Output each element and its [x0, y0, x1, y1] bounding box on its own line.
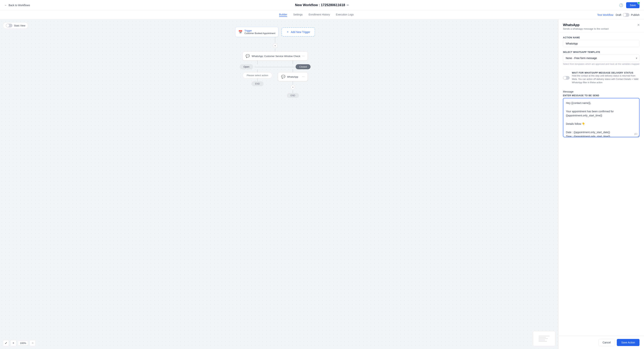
- stats-label: Stats View: [14, 24, 25, 27]
- minimap: [533, 331, 555, 346]
- connector-2: [275, 49, 276, 51]
- message-label: Message: [563, 90, 640, 93]
- message-sublabel: ENTER MESSAGE TO BE SEND: [563, 94, 640, 97]
- branch-row: Open Closed: [240, 64, 311, 69]
- connector-1: [275, 37, 276, 43]
- closed-branch-content: 💬 WhatsApp ··· + END: [275, 69, 311, 98]
- publish-toggle[interactable]: [623, 13, 630, 17]
- template-select[interactable]: None - Free form message: [563, 54, 640, 62]
- template-label: SELECT WHATSAPP TEMPLATE: [563, 51, 640, 53]
- panel-title: WhatsApp: [563, 23, 640, 27]
- header-right: 🕐 Save: [619, 2, 640, 8]
- save-action-button[interactable]: Save Action: [617, 339, 640, 346]
- add-step-1[interactable]: +: [273, 43, 278, 48]
- action-name-input[interactable]: [563, 40, 640, 47]
- zoom-level: 100%: [18, 341, 28, 346]
- action-name-label: ACTION NAME: [563, 36, 640, 39]
- back-label: Back to Workflows: [8, 4, 30, 7]
- workflow-canvas[interactable]: Stats View 📅 Trigger Customer Booked App…: [0, 19, 558, 349]
- node-menu-dots[interactable]: ···: [302, 54, 304, 58]
- tab-enrollment-history[interactable]: Enrollment History: [308, 13, 330, 17]
- zoom-out-button[interactable]: −: [30, 340, 36, 346]
- history-icon[interactable]: 🕐: [619, 3, 623, 7]
- zoom-in-button[interactable]: +: [10, 340, 16, 346]
- draft-label: Draft: [616, 13, 621, 16]
- workflow-title: New Workflow : 1725280611618: [295, 3, 345, 7]
- header-center: New Workflow : 1725280611618 ✏: [295, 3, 349, 7]
- closed-branch[interactable]: Closed: [296, 64, 310, 69]
- test-workflow-button[interactable]: Test Workflow: [597, 13, 614, 16]
- expand-button[interactable]: ⤢: [3, 340, 9, 346]
- end-node-closed: END: [287, 93, 299, 98]
- cancel-button[interactable]: Cancel: [598, 339, 614, 346]
- add-trigger-button[interactable]: ＋ Add New Trigger: [282, 27, 315, 36]
- wait-toggle-content: WAIT FOR WHATSAPP MESSAGE DELIVERY STATU…: [572, 71, 640, 84]
- open-branch[interactable]: Open: [240, 64, 253, 69]
- template-hint: Select from templates which are approved…: [563, 63, 640, 65]
- header: ← Back to Workflows New Workflow : 17252…: [0, 0, 644, 10]
- whatsapp-action-icon: 💬: [281, 75, 285, 79]
- template-select-wrapper: None - Free form message ▾: [563, 54, 640, 62]
- trigger-icon: 📅: [238, 30, 242, 34]
- branch-split: [240, 60, 311, 64]
- tab-builder[interactable]: Builder: [279, 13, 287, 17]
- back-button[interactable]: ← Back to Workflows: [4, 4, 30, 7]
- whatsapp-action-menu[interactable]: ···: [302, 75, 304, 78]
- open-branch-content: Please select action END: [240, 69, 275, 86]
- end-node-open: END: [252, 81, 264, 86]
- whatsapp-check-node[interactable]: 💬 WhatsApp: Customer Service Window Chec…: [242, 51, 308, 60]
- template-field: SELECT WHATSAPP TEMPLATE None - Free for…: [563, 51, 640, 65]
- panel-body: ACTION NAME SELECT WHATSAPP TEMPLATE Non…: [558, 32, 644, 336]
- action-name-field: ACTION NAME: [563, 36, 640, 47]
- message-textarea-wrapper: Hey {{contact.name}}, Your appointment h…: [563, 98, 640, 138]
- whatsapp-check-content: WhatsApp: Customer Service Window Check: [252, 55, 300, 57]
- main-area: Stats View 📅 Trigger Customer Booked App…: [0, 19, 644, 349]
- stats-toggle-switch[interactable]: [6, 24, 12, 27]
- tab-settings[interactable]: Settings: [293, 13, 302, 17]
- back-arrow-icon: ←: [4, 4, 7, 7]
- tab-bar: Builder Settings Enrollment History Exec…: [279, 13, 354, 17]
- minimap-content: [538, 336, 550, 342]
- select-action-button[interactable]: Please select action: [243, 72, 272, 78]
- publish-label: Publish: [631, 13, 640, 16]
- panel-footer: Cancel Save Action: [558, 336, 644, 349]
- zoom-controls: ⤢ + 100% −: [3, 340, 36, 346]
- trigger-node[interactable]: 📅 Trigger Customer Booked Appointment: [235, 27, 278, 37]
- whatsapp-action-node[interactable]: 💬 WhatsApp ···: [278, 72, 308, 81]
- plus-icon: ＋: [286, 30, 289, 34]
- wait-toggle-label: WAIT FOR WHATSAPP MESSAGE DELIVERY STATU…: [572, 71, 640, 74]
- edit-icon[interactable]: ✏: [346, 3, 349, 7]
- draft-publish-toggle: Draft Publish: [616, 13, 640, 17]
- wait-toggle-row: WAIT FOR WHATSAPP MESSAGE DELIVERY STATU…: [563, 69, 640, 86]
- whatsapp-icon: 💬: [246, 54, 250, 58]
- panel-close-button[interactable]: ✕: [636, 22, 641, 27]
- panel-subtitle: Sends a whatsapp message to the contact: [563, 27, 640, 30]
- message-textarea[interactable]: Hey {{contact.name}}, Your appointment h…: [563, 98, 640, 137]
- trigger-content: Trigger Customer Booked Appointment: [244, 29, 275, 35]
- right-panel: WhatsApp Sends a whatsapp message to the…: [558, 19, 644, 349]
- message-section: Message ENTER MESSAGE TO BE SEND Hey {{c…: [563, 90, 640, 138]
- tag-icon[interactable]: 🏷: [634, 132, 637, 136]
- minimap-inner: [533, 331, 555, 346]
- tab-execution-logs[interactable]: Execution Logs: [336, 13, 354, 17]
- stats-view-toggle[interactable]: Stats View: [3, 22, 28, 29]
- save-button[interactable]: Save: [626, 2, 640, 8]
- wait-toggle-description: Hold the contact at this step until deli…: [572, 74, 640, 84]
- branch-content: Please select action END 💬 WhatsApp ··· …: [240, 69, 311, 98]
- wait-toggle[interactable]: [563, 76, 570, 80]
- add-step-closed[interactable]: +: [291, 85, 295, 89]
- panel-header: WhatsApp Sends a whatsapp message to the…: [558, 19, 644, 32]
